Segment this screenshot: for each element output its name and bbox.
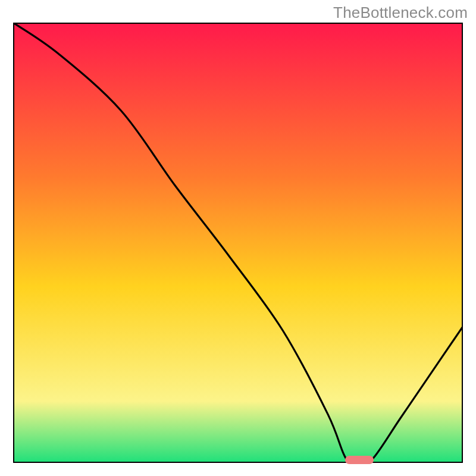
gradient-background [13, 23, 463, 463]
optimum-marker [345, 456, 374, 464]
watermark-label: TheBottleneck.com [333, 4, 468, 22]
plot-area [13, 23, 463, 463]
bottleneck-chart: TheBottleneck.com [0, 0, 476, 476]
plot-svg [13, 23, 463, 463]
